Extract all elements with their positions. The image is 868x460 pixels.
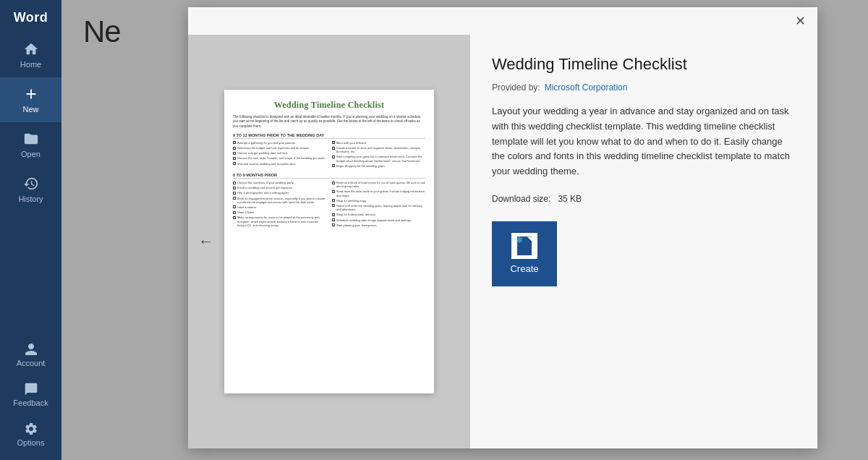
sidebar: Word Home New Open History Account Feedb… [0,0,61,460]
preview-section-1-left: Arrange a gathering for you and your par… [233,141,326,169]
checkbox-icon [233,162,236,165]
preview-panel: ← Wedding Timeline Checklist The followi… [188,35,470,448]
template-preview-document: Wedding Timeline Checklist The following… [224,90,434,393]
preview-intro: The following checklist is designed with… [233,115,425,129]
checkbox-icon [233,192,236,195]
provider-info: Provided by: Microsoft Corporation [492,82,796,93]
template-item: Create a binder to store and organize id… [332,146,425,153]
template-item: Choose the members of your wedding party… [233,181,326,184]
modal-body: ← Wedding Timeline Checklist The followi… [188,35,817,448]
sidebar-item-feedback-label: Feedback [13,399,48,407]
template-item: Reserve a block of hotel rooms for out-o… [332,181,425,188]
preview-section-1-cols: Arrange a gathering for you and your par… [233,141,425,169]
template-item: Meet with your officiant. [332,141,425,145]
template-item: Hire a photographer and a videographer. [233,191,326,195]
sidebar-item-feedback[interactable]: Feedback [0,375,61,414]
template-item: Have a caterer. [233,205,326,209]
preview-section-2-right: Reserve a block of hotel rooms for out-o… [332,181,425,229]
checkbox-icon [332,182,335,184]
sidebar-bottom: Account Feedback Options [0,335,61,454]
checkbox-icon [233,205,236,208]
template-modal: ✕ ← Wedding Timeline Checklist The follo… [188,7,817,448]
provider-label: Provided by: [492,82,540,93]
template-item: Schedule wedding cake design appointment… [332,218,425,222]
modal-close-button[interactable]: ✕ [791,13,810,29]
create-button[interactable]: ❄ Create [492,221,557,286]
checkbox-icon [332,204,335,207]
info-panel: Wedding Timeline Checklist Provided by: … [470,35,817,448]
options-icon [24,422,38,436]
checkbox-icon [233,182,236,184]
feedback-icon [24,382,38,396]
sidebar-item-options-label: Options [17,438,45,447]
checkbox-icon [332,213,335,216]
sidebar-item-home[interactable]: Home [0,33,61,77]
checkbox-icon [332,147,335,150]
sidebar-item-account[interactable]: Account [0,335,61,375]
create-button-icon: ❄ [511,233,537,259]
checkbox-icon [332,164,335,167]
template-item: Shop for wedding rings. [332,199,425,203]
template-item: Visit and reserve wedding and reception … [233,162,326,166]
checkbox-icon [332,199,335,202]
sidebar-item-account-label: Account [17,359,46,367]
checkbox-icon [233,187,236,189]
new-icon [23,86,39,102]
checkbox-icon [233,147,236,150]
checkbox-icon [233,216,236,219]
checkbox-icon [233,157,236,160]
checkbox-icon [233,197,236,200]
template-title: Wedding Timeline Checklist [492,55,796,74]
template-description: Layout your wedding a year in advance an… [492,104,796,179]
document-corner [527,237,532,241]
snowflake-icon: ❄ [516,235,523,245]
download-label: Download size: [492,194,550,204]
home-icon [23,41,39,57]
preview-section-2-title: 6 TO 9 MONTHS PRIOR [233,173,425,179]
template-item: Send save-the-date cards to your guests.… [332,189,425,197]
template-item: Start planning your honeymoon. [332,223,425,227]
sidebar-item-open-label: Open [21,150,41,158]
template-item: Enroll in wedding and shower gift regist… [233,186,326,189]
preview-section-1-right: Meet with your officiant. Create a binde… [332,141,425,169]
checkbox-icon [233,141,236,144]
open-icon [23,131,39,147]
create-button-label: Create [510,263,538,274]
checkbox-icon [233,152,236,155]
main-content: Ne ✕ ← Wedding Timeline Checklist The fo… [61,0,868,460]
preview-section-2-left: Choose the members of your wedding party… [233,181,326,229]
checkbox-icon [332,218,335,221]
sidebar-item-new-label: New [22,105,38,114]
sidebar-item-history[interactable]: History [0,167,61,212]
preview-section-2-cols: Choose the members of your wedding party… [233,181,425,229]
sidebar-item-home-label: Home [20,60,41,69]
template-item: Arrange a gathering for you and your par… [233,141,326,145]
template-item: Discuss the size, style, location, and s… [233,156,326,160]
sidebar-item-new[interactable]: New [0,77,61,122]
checkbox-icon [332,190,335,193]
template-item: Start compiling your guest list to estim… [332,155,425,162]
template-item: Determine the budget and how expenses wi… [233,146,326,150]
checkbox-icon [233,211,236,214]
sidebar-item-options[interactable]: Options [0,414,61,454]
checkbox-icon [332,223,335,226]
sidebar-nav: Home New Open History [0,33,61,335]
download-size-info: Download size: 35 KB [492,194,796,204]
template-item: Select and order the wedding gown, leavi… [332,204,425,211]
template-item: Book an engagement photo session, especi… [233,197,326,204]
sidebar-item-history-label: History [18,195,43,203]
checkbox-icon [332,141,335,144]
template-item: Make arrangements for music to be played… [233,216,326,227]
preview-section-1-title: 9 TO 12 MONTHS PRIOR TO THE WEDDING DAY [233,133,425,139]
sidebar-item-open[interactable]: Open [0,122,61,167]
template-item: Choose a target wedding date and time. [233,151,326,155]
template-item: Shop for bridesmaids' dresses. [332,213,425,216]
history-icon [23,176,39,192]
download-size-value: 35 KB [558,194,582,204]
checkbox-icon [332,156,335,158]
modal-header: ✕ [188,7,817,35]
preview-prev-button[interactable]: ← [192,226,220,257]
template-item: Have a florist. [233,210,326,214]
app-name: Word [14,0,48,33]
provider-link[interactable]: Microsoft Corporation [545,82,628,93]
